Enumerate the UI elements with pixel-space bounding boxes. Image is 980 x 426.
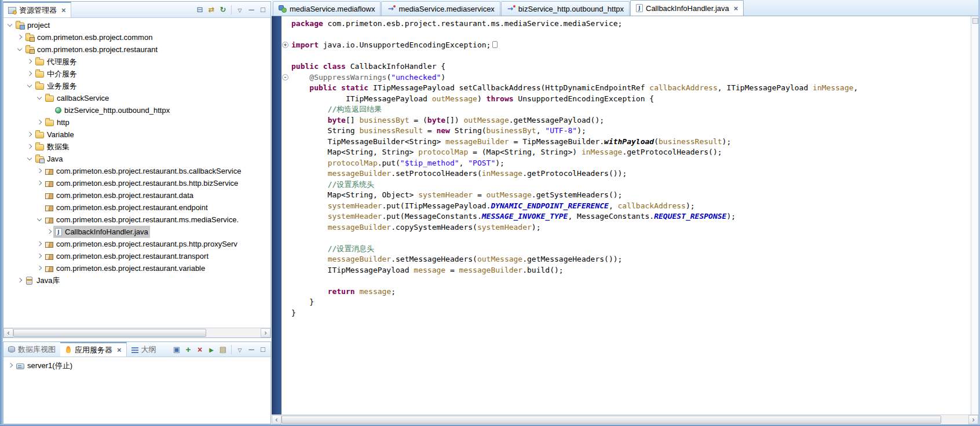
chevron-down-icon[interactable] — [26, 82, 34, 90]
chevron-right-icon[interactable] — [26, 131, 34, 138]
chevron-right-icon[interactable] — [16, 34, 24, 41]
chevron-right-icon[interactable] — [46, 228, 53, 236]
code-line[interactable]: package com.primeton.esb.project.restaur… — [281, 19, 971, 30]
refresh-icon[interactable] — [217, 5, 229, 15]
chevron-down-icon[interactable] — [36, 216, 43, 223]
view-tab[interactable]: 数据库视图 — [3, 342, 60, 357]
tree-item[interactable]: callbackService — [3, 92, 270, 104]
code-line[interactable]: ITipMessagePayload outMessage) throws Un… — [281, 94, 971, 105]
tree-item[interactable]: bizService_http.outbound_httpx — [3, 104, 270, 116]
code-line[interactable]: systemHeader.put(ITipMessagePayload.DYNA… — [281, 201, 971, 212]
tree-item[interactable]: project — [3, 19, 270, 31]
view-menu-icon[interactable] — [234, 5, 246, 15]
code-line[interactable]: //设置消息头 — [281, 244, 971, 255]
tree-item[interactable]: 业务服务 — [3, 80, 270, 92]
scrollbar-thumb[interactable] — [281, 416, 941, 424]
editor-tab[interactable]: bizService_http.outbound_httpx — [501, 1, 630, 16]
scrollbar-track[interactable] — [13, 328, 261, 337]
editor-tab[interactable]: mediaService.mediaservicex — [381, 1, 500, 16]
chevron-down-icon[interactable] — [36, 94, 43, 102]
chevron-down-icon[interactable] — [26, 155, 34, 163]
chevron-down-icon[interactable] — [6, 21, 14, 29]
overview-ruler[interactable] — [971, 16, 978, 414]
tree-item[interactable]: com.primeton.esb.project.restaurant.endp… — [3, 201, 270, 214]
close-icon[interactable] — [734, 5, 738, 12]
maximize-icon[interactable] — [257, 5, 269, 15]
code-line[interactable]: protocolMap.put("$tip_method", "POST"); — [281, 158, 971, 169]
chevron-right-icon[interactable] — [36, 167, 43, 175]
view-tab[interactable]: 应用服务器 — [60, 342, 127, 357]
tree-item[interactable]: com.primeton.esb.project.restaurant.bs.h… — [3, 177, 270, 189]
scroll-right-icon[interactable] — [968, 415, 978, 424]
chevron-right-icon[interactable] — [36, 179, 43, 187]
minimize-icon[interactable] — [246, 5, 257, 15]
code-line[interactable]: @SuppressWarnings("unchecked") — [281, 72, 971, 83]
code-line[interactable]: Map<String, Object> systemHeader = outMe… — [281, 190, 971, 201]
explorer-hscrollbar[interactable] — [3, 328, 270, 337]
scrollbar-track[interactable] — [281, 415, 968, 424]
code-line[interactable]: } — [281, 308, 971, 319]
collapse-all-icon[interactable] — [194, 5, 206, 15]
code-line[interactable]: //构造返回结果 — [281, 104, 971, 115]
tree-item[interactable]: http — [3, 116, 270, 128]
scrollbar-thumb[interactable] — [13, 329, 206, 337]
code-line[interactable]: String businessResult = new String(busin… — [281, 126, 971, 137]
tree-item[interactable]: com.primeton.esb.project.restaurant.ps.h… — [3, 238, 270, 250]
chevron-right-icon[interactable] — [16, 277, 24, 284]
tree-item[interactable]: com.primeton.esb.project.restaurant.ms.m… — [3, 214, 270, 226]
code-line[interactable] — [281, 30, 971, 41]
code-line[interactable]: TipMessageBuilder<String> messageBuilder… — [281, 137, 971, 148]
code-line[interactable] — [281, 233, 971, 244]
editor-tab[interactable]: mediaService.mediaflowx — [273, 1, 381, 16]
tree-item[interactable]: 代理服务 — [3, 56, 270, 68]
tree-item[interactable]: com.primeton.esb.project.restaurant.vari… — [3, 262, 270, 274]
tree-item[interactable]: Variable — [3, 128, 270, 141]
tree-item[interactable]: com.primeton.esb.project.restaurant.data — [3, 189, 270, 201]
tree-item[interactable]: com.primeton.esb.project.restaurant.tran… — [3, 250, 270, 262]
delete-server-icon[interactable] — [194, 344, 206, 355]
scroll-right-icon[interactable] — [261, 328, 270, 337]
tree-item[interactable]: 数据集 — [3, 141, 270, 153]
code-line[interactable]: byte[] businessByt = (byte[]) outMessage… — [281, 115, 971, 126]
code-line[interactable]: //设置系统头 — [281, 179, 971, 190]
chevron-right-icon[interactable] — [26, 143, 34, 150]
code-line[interactable]: messageBuilder.setProtocolHeaders(inMess… — [281, 168, 971, 179]
chevron-right-icon[interactable] — [7, 362, 14, 369]
chevron-down-icon[interactable] — [16, 46, 24, 53]
code-line[interactable]: ITipMessagePayload message = messageBuil… — [281, 265, 971, 276]
minimize-icon[interactable] — [246, 344, 257, 355]
code-line[interactable]: messageBuilder.setMessageHeaders(outMess… — [281, 254, 971, 265]
chevron-right-icon[interactable] — [36, 119, 43, 126]
code-line[interactable]: systemHeader.put(MessageConstants.MESSAG… — [281, 211, 971, 222]
tree-item[interactable]: com.primeton.esb.project.restaurant — [3, 43, 270, 56]
start-server-icon[interactable] — [206, 344, 217, 355]
code-line[interactable]: public static ITipMessagePayload setCall… — [281, 83, 971, 94]
code-line[interactable]: } — [281, 297, 971, 308]
tree-item[interactable]: Java — [3, 153, 270, 165]
code-area[interactable]: package com.primeton.esb.project.restaur… — [281, 16, 971, 414]
fold-plus-icon[interactable] — [282, 42, 288, 48]
maximize-icon[interactable] — [257, 344, 269, 355]
close-icon[interactable] — [117, 346, 122, 354]
tree-item[interactable]: com.primeton.esb.project.common — [3, 31, 270, 43]
view-menu-icon[interactable] — [234, 344, 246, 355]
chevron-right-icon[interactable] — [36, 240, 43, 248]
code-line[interactable]: import java.io.UnsupportedEncodingExcept… — [281, 40, 971, 51]
editor-hscrollbar[interactable] — [272, 414, 978, 424]
code-line[interactable]: Map<String, String> protocolMap = (Map<S… — [281, 147, 971, 158]
editor-tab[interactable]: CallbackInfoHandler.java — [630, 0, 744, 16]
chevron-right-icon[interactable] — [26, 70, 34, 78]
chevron-right-icon[interactable] — [36, 265, 43, 272]
server-item[interactable]: server1(停止) — [3, 359, 270, 372]
tree-item[interactable]: 中介服务 — [3, 68, 270, 80]
console-icon[interactable] — [171, 344, 182, 355]
link-with-editor-icon[interactable] — [206, 5, 217, 15]
tree-item[interactable]: Java库 — [3, 274, 270, 287]
chevron-right-icon[interactable] — [26, 58, 34, 65]
chevron-right-icon[interactable] — [36, 252, 43, 260]
view-tab[interactable]: 大纲 — [127, 342, 161, 357]
code-line[interactable]: messageBuilder.copySystemHeaders(systemH… — [281, 222, 971, 233]
close-icon[interactable] — [61, 6, 66, 14]
code-line[interactable]: return message; — [281, 287, 971, 298]
code-line[interactable]: public class CallbackInfoHandler { — [281, 61, 971, 72]
